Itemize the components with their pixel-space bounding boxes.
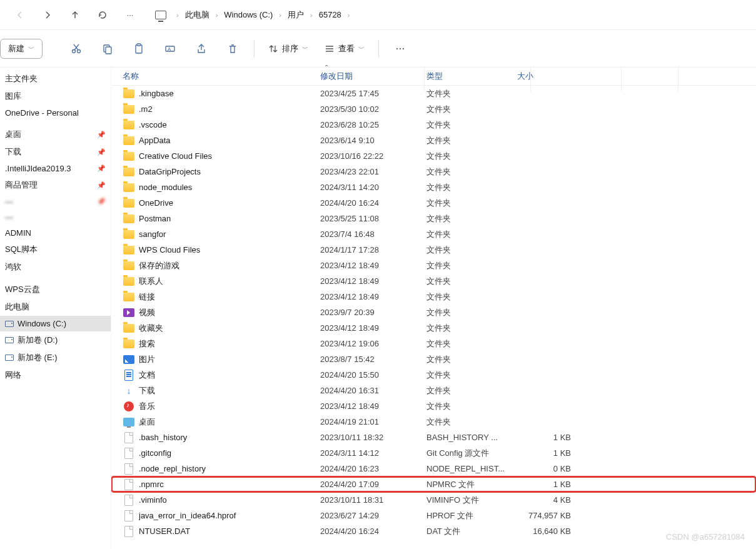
sidebar-item[interactable]: Windows (C:) [0,316,111,331]
view-button[interactable]: 查看 ﹀ [318,39,371,58]
nav-forward-button[interactable] [35,3,60,28]
cell-date: 2024/4/20 17:09 [320,480,426,489]
cell-date: 2023/4/25 17:45 [320,89,426,98]
file-row[interactable]: node_modules2024/3/11 14:20文件夹 [111,179,756,195]
file-row[interactable]: 联系人2023/4/12 18:49文件夹 [111,273,756,289]
rename-button[interactable]: A [156,35,184,63]
file-row[interactable]: 保存的游戏2023/4/12 18:49文件夹 [111,258,756,273]
cell-name: Postman [139,214,320,223]
download-icon: ↓ [123,385,135,397]
file-row[interactable]: 音乐2023/4/12 18:49文件夹 [111,398,756,414]
column-name[interactable]: 名称 [123,71,320,82]
cell-name: .npmrc [139,480,320,489]
share-button[interactable] [188,35,215,63]
new-button[interactable]: 新建 ﹀ [0,39,43,59]
cell-name: DataGripProjects [139,167,320,176]
sidebar-item[interactable]: 下载📌 [0,143,111,161]
column-date[interactable]: 修改日期 [320,71,426,82]
file-row[interactable]: 视频2023/9/7 20:39文件夹 [111,305,756,320]
sidebar-item[interactable]: 新加卷 (D:) [0,331,111,349]
sidebar-item[interactable]: SQL脚本 [0,241,111,258]
cell-name: 联系人 [139,276,320,287]
cell-date: 2023/6/28 10:25 [320,120,426,129]
file-row[interactable]: WPS Cloud Files2024/1/17 17:28文件夹 [111,242,756,258]
breadcrumb-item[interactable]: 65728 [315,8,345,22]
file-row[interactable]: .npmrc2024/4/20 17:09NPMRC 文件1 KB [111,476,756,492]
file-row[interactable]: Creative Cloud Files2023/10/16 22:22文件夹 [111,148,756,164]
paste-button[interactable] [125,35,153,63]
cell-size: 1 KB [517,433,571,442]
sidebar-item[interactable]: 桌面📌 [0,126,111,143]
breadcrumb-item[interactable]: 用户 [284,7,308,23]
file-row[interactable]: DataGripProjects2023/4/23 22:01文件夹 [111,164,756,179]
cell-size: 1 KB [517,480,571,489]
file-row[interactable]: AppData2023/6/14 9:10文件夹 [111,133,756,148]
nav-up-button[interactable] [63,3,88,28]
sidebar-item[interactable]: 主文件夹 [0,70,111,88]
nav-refresh-button[interactable] [90,3,115,28]
column-size[interactable]: 大小 [517,71,571,82]
sort-indicator-icon: ⌃ [324,64,329,71]
sidebar-item[interactable]: 此电脑 [0,298,111,316]
file-row[interactable]: Postman2023/5/25 11:08文件夹 [111,211,756,226]
sidebar-item[interactable]: .IntelliJIdea2019.3📌 [0,161,111,176]
sidebar-item[interactable]: 图库 [0,88,111,105]
breadcrumb-item[interactable]: Windows (C:) [220,8,276,22]
cell-size: 774,957 KB [517,511,571,520]
file-row[interactable]: .bash_history2023/10/11 18:32BASH_HISTOR… [111,430,756,445]
sort-button[interactable]: 排序 ﹀ [262,39,315,58]
file-row[interactable]: .viminfo2023/10/11 18:31VIMINFO 文件4 KB [111,492,756,508]
breadcrumb-item[interactable]: 此电脑 [181,7,213,23]
chevron-down-icon: ﹀ [358,44,365,53]
cell-size: 16,640 KB [517,526,571,536]
cell-date: 2023/10/11 18:32 [320,433,426,442]
file-row[interactable]: .node_repl_history2024/4/20 16:23NODE_RE… [111,461,756,476]
cell-name: .bash_history [139,433,320,442]
file-row[interactable]: .gitconfig2024/3/11 14:12Git Config 源文件1… [111,445,756,461]
sidebar-item[interactable]: —📌 [0,194,111,209]
sidebar-item-label: 新加卷 (D:) [18,335,58,346]
file-row[interactable]: 搜索2023/4/12 19:06文件夹 [111,336,756,351]
file-row[interactable]: 桌面2024/4/19 21:01文件夹 [111,414,756,430]
file-row[interactable]: .kingbase2023/4/25 17:45文件夹 [111,86,756,101]
file-row[interactable]: 图片2023/8/7 15:42文件夹 [111,351,756,367]
sidebar-item-label: .IntelliJIdea2019.3 [5,164,71,173]
watermark: CSDN @a657281084 [666,532,745,541]
sidebar-item[interactable]: 商品管理📌 [0,176,111,194]
file-row[interactable]: ↓下载2024/4/20 16:31文件夹 [111,383,756,398]
sidebar-item[interactable]: 网络 [0,366,111,384]
file-row[interactable]: OneDrive2024/4/20 16:24文件夹 [111,195,756,211]
file-row[interactable]: java_error_in_idea64.hprof2023/6/27 14:2… [111,508,756,523]
cell-size: 4 KB [517,495,571,505]
file-row[interactable]: 链接2023/4/12 18:49文件夹 [111,289,756,305]
cell-date: 2023/4/12 18:49 [320,276,426,286]
file-icon [123,525,135,538]
file-row[interactable]: 文档2024/4/20 15:50文件夹 [111,367,756,383]
sidebar-item[interactable]: — [0,209,111,225]
new-button-label: 新建 [8,43,24,54]
file-row[interactable]: sangfor2023/7/4 16:48文件夹 [111,226,756,242]
more-button[interactable]: ··· [386,35,414,63]
breadcrumb[interactable]: ›此电脑›Windows (C:)›用户›65728› [174,7,353,23]
cell-type: 文件夹 [426,291,517,303]
cell-type: 文件夹 [426,198,517,209]
sidebar-item-label: — [5,197,13,206]
cut-button[interactable] [63,35,90,63]
column-type[interactable]: 类型 [426,71,517,82]
cell-date: 2024/4/20 16:24 [320,526,426,536]
copy-button[interactable] [94,35,121,63]
sidebar-item[interactable]: 鸿软 [0,258,111,276]
nav-more-button[interactable]: ··· [118,3,143,28]
sidebar-item[interactable]: OneDrive - Personal [0,105,111,121]
file-row[interactable]: 收藏夹2023/4/12 18:49文件夹 [111,320,756,336]
sidebar-item[interactable]: 新加卷 (E:) [0,349,111,366]
file-row[interactable]: .m22023/5/30 10:02文件夹 [111,101,756,117]
sidebar-item[interactable]: ADMIN [0,225,111,241]
sidebar-item[interactable]: WPS云盘 [0,281,111,298]
sidebar-item-label: 桌面 [5,129,21,140]
cell-type: 文件夹 [426,119,517,131]
delete-button[interactable] [219,35,246,63]
file-row[interactable]: NTUSER.DAT2024/4/20 16:24DAT 文件16,640 KB [111,523,756,539]
cell-date: 2023/5/25 11:08 [320,214,426,223]
file-row[interactable]: .vscode2023/6/28 10:25文件夹 [111,117,756,133]
